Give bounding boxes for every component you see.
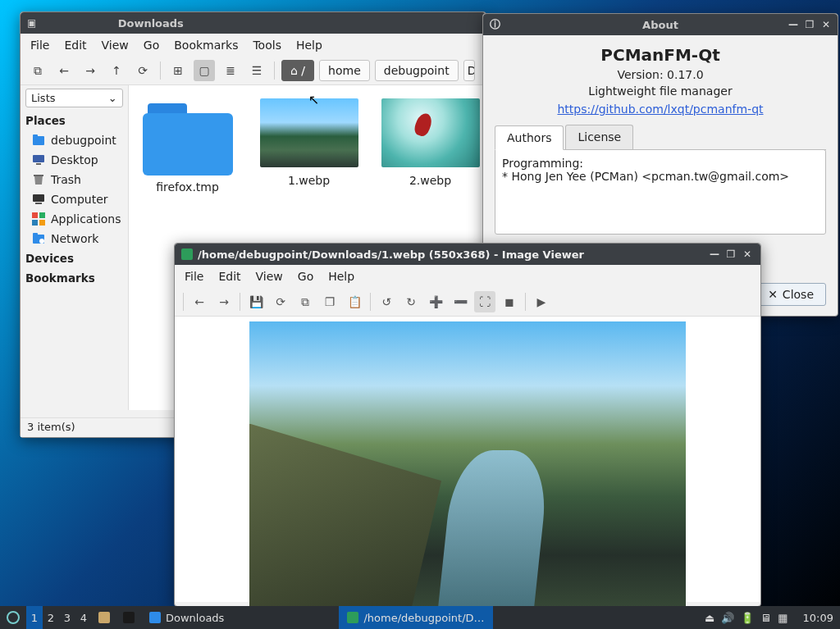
workspace-4[interactable]: 4 — [75, 606, 92, 629]
new-tab-icon[interactable]: ⧉ — [27, 60, 48, 81]
menu-view[interactable]: View — [102, 39, 129, 52]
tab-license[interactable]: License — [565, 125, 633, 149]
close-button[interactable]: ✕ Close — [756, 283, 826, 306]
svg-rect-8 — [33, 233, 38, 235]
iv-canvas[interactable] — [175, 317, 760, 602]
picture-icon — [181, 248, 193, 260]
minimize-button[interactable]: — — [787, 18, 800, 31]
minimize-button[interactable]: — — [708, 248, 721, 261]
network-tray-icon[interactable]: 🖥 — [760, 612, 771, 624]
fm-titlebar[interactable]: ▣ Downloads — [21, 12, 486, 34]
refresh-icon[interactable]: ⟳ — [270, 291, 291, 312]
task-downloads[interactable]: Downloads — [141, 606, 232, 629]
cpu-icon[interactable]: ▦ — [778, 612, 788, 624]
menu-bookmarks[interactable]: Bookmarks — [174, 39, 238, 52]
folder-icon — [143, 98, 233, 174]
iv-menu-edit[interactable]: Edit — [218, 270, 240, 283]
file-firefox-tmp[interactable]: firefox.tmp — [139, 98, 237, 194]
up-icon[interactable]: ↑ — [106, 60, 127, 81]
eject-icon[interactable]: ⏏ — [705, 612, 714, 624]
about-title: About — [642, 19, 678, 31]
zoom-out-icon[interactable]: ➖ — [450, 291, 471, 312]
maximize-button[interactable]: ❐ — [724, 248, 737, 261]
about-titlebar[interactable]: ⓘ About — ❐ ✕ — [483, 14, 838, 35]
menu-tools[interactable]: Tools — [253, 39, 281, 52]
start-menu[interactable] — [0, 606, 26, 629]
view-compact-icon[interactable]: ☰ — [246, 60, 267, 81]
places-applications[interactable]: Applications — [21, 209, 128, 229]
menu-file[interactable]: File — [30, 39, 49, 52]
zoom-in-icon[interactable]: ➕ — [425, 291, 446, 312]
view-list-icon[interactable]: ≣ — [220, 60, 241, 81]
menu-go[interactable]: Go — [144, 39, 159, 52]
app-url[interactable]: https://github.com/lxqt/pcmanfm-qt — [557, 103, 763, 116]
image-viewer-window: /home/debugpoint/Downloads/1.webp (550x3… — [174, 243, 761, 607]
file-2-webp[interactable]: 2.webp — [381, 98, 480, 187]
path-downloads[interactable]: D — [463, 60, 475, 81]
picture-icon — [347, 612, 358, 623]
tab-authors[interactable]: Authors — [495, 125, 564, 150]
path-home[interactable]: home — [319, 60, 370, 81]
fit-window-icon[interactable]: ⛶ — [474, 291, 495, 312]
workspace-1[interactable]: 1 — [26, 606, 43, 629]
iv-title: /home/debugpoint/Downloads/1.webp (550x3… — [198, 248, 584, 261]
iv-menu-help[interactable]: Help — [328, 270, 354, 283]
saveas-icon[interactable]: ⧉ — [294, 291, 316, 312]
places-home[interactable]: debugpoint — [21, 130, 128, 150]
taskbar: 1 2 3 4 Downloads /home/debugpoint/D… ⏏ … — [0, 606, 840, 629]
close-window-button[interactable]: ✕ — [819, 18, 833, 31]
network-icon — [32, 232, 45, 245]
places-desktop[interactable]: Desktop — [21, 150, 128, 170]
chevron-down-icon: ⌄ — [108, 92, 117, 104]
menu-help[interactable]: Help — [296, 39, 322, 52]
trash-icon — [32, 173, 45, 186]
side-mode-combo[interactable]: Lists ⌄ — [25, 89, 123, 107]
folder-icon — [149, 612, 161, 623]
system-tray: ⏏ 🔊 🔋 🖥 ▦ — [696, 612, 797, 624]
path-root[interactable]: ⌂ / — [281, 60, 314, 81]
apps-icon — [32, 212, 45, 226]
save-icon[interactable]: 💾 — [245, 291, 267, 312]
iv-menu-go[interactable]: Go — [298, 270, 313, 283]
home-icon: ⌂ — [290, 64, 298, 77]
iv-menubar: File Edit View Go Help — [175, 265, 760, 288]
launcher-term[interactable] — [116, 606, 141, 629]
original-size-icon[interactable]: ◼ — [499, 291, 520, 312]
copy-icon[interactable]: ❐ — [319, 291, 340, 312]
maximize-button[interactable]: ❐ — [803, 18, 816, 31]
iv-menu-file[interactable]: File — [185, 270, 203, 283]
iv-toolbar: ← → 💾 ⟳ ⧉ ❐ 📋 ↺ ↻ ➕ ➖ ⛶ ◼ ▶ — [175, 288, 760, 317]
clock[interactable]: 10:09 — [797, 606, 840, 629]
app-desc: Lightweight file manager — [495, 84, 826, 98]
view-thumb-icon[interactable]: ▢ — [194, 60, 215, 81]
prev-icon[interactable]: ← — [189, 291, 210, 312]
workspace-3[interactable]: 3 — [59, 606, 75, 629]
file-1-webp[interactable]: 1.webp — [260, 98, 358, 187]
next-icon[interactable]: → — [213, 291, 235, 312]
folder-icon — [98, 612, 110, 623]
iv-titlebar[interactable]: /home/debugpoint/Downloads/1.webp (550x3… — [175, 244, 760, 265]
slideshow-icon[interactable]: ▶ — [531, 291, 552, 312]
places-network[interactable]: Network — [21, 229, 128, 248]
authors-text[interactable]: Programming: * Hong Jen Yee (PCMan) <pcm… — [495, 149, 826, 235]
image-thumb-icon — [381, 98, 480, 167]
view-grid-icon[interactable]: ⊞ — [167, 60, 189, 81]
rotate-ccw-icon[interactable]: ↺ — [376, 291, 397, 312]
path-debugpoint[interactable]: debugpoint — [375, 60, 459, 81]
volume-icon[interactable]: 🔊 — [721, 612, 734, 624]
workspace-2[interactable]: 2 — [43, 606, 59, 629]
task-imageviewer[interactable]: /home/debugpoint/D… — [339, 606, 492, 629]
forward-icon[interactable]: → — [80, 60, 101, 81]
reload-icon[interactable]: ⟳ — [132, 60, 153, 81]
rotate-cw-icon[interactable]: ↻ — [400, 291, 422, 312]
places-computer[interactable]: Computer — [21, 189, 128, 209]
iv-menu-view[interactable]: View — [256, 270, 283, 283]
launcher-fm[interactable] — [92, 606, 116, 629]
paste-icon[interactable]: 📋 — [344, 291, 365, 312]
places-trash[interactable]: Trash — [21, 170, 128, 189]
battery-icon[interactable]: 🔋 — [741, 612, 754, 624]
back-icon[interactable]: ← — [53, 60, 75, 81]
bookmarks-heading: Bookmarks — [21, 268, 128, 288]
menu-edit[interactable]: Edit — [64, 39, 86, 52]
close-window-button[interactable]: ✕ — [741, 248, 754, 261]
